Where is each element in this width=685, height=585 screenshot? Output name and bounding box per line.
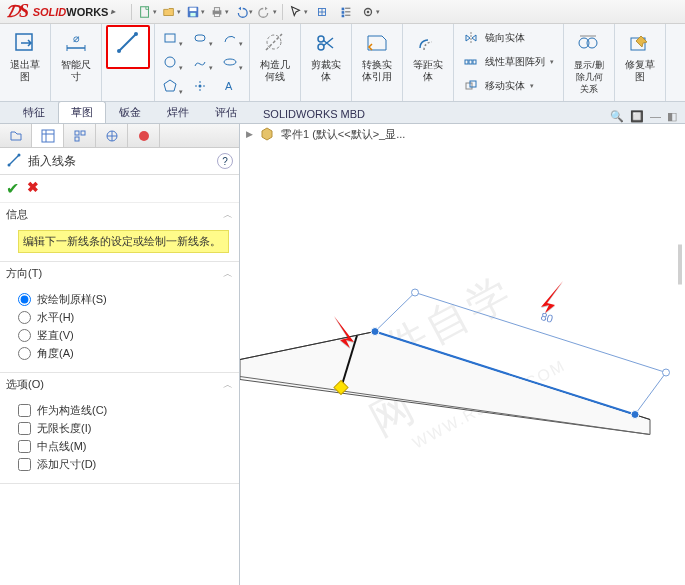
svg-point-48	[8, 164, 11, 167]
svg-rect-32	[465, 60, 468, 64]
property-manager-tab[interactable]	[32, 124, 64, 147]
exit-sketch-button[interactable]: 退出草 图	[4, 26, 46, 98]
construction-geometry-button[interactable]: 构造几 何线	[254, 26, 296, 98]
option-construction[interactable]: 作为构造线(C)	[18, 403, 229, 418]
search-icon[interactable]: 🔍	[610, 110, 624, 123]
new-doc-button[interactable]: ▾	[136, 2, 158, 22]
svg-text:⌀: ⌀	[73, 32, 80, 44]
tab-sketch[interactable]: 草图	[58, 101, 106, 123]
svg-rect-36	[470, 81, 476, 87]
svg-rect-6	[214, 13, 219, 16]
section-options-header[interactable]: 选项(O)︿	[0, 373, 239, 396]
appearance-tab[interactable]	[128, 124, 160, 147]
svg-point-23	[165, 57, 175, 67]
tab-mbd[interactable]: SOLIDWORKS MBD	[250, 104, 378, 123]
rectangle-tool-button[interactable]: ▾	[155, 26, 185, 50]
redo-button[interactable]: ▾	[256, 2, 278, 22]
orientation-horizontal[interactable]: 水平(H)	[18, 310, 229, 325]
smart-dimension-button[interactable]: ⌀ 智能尺 寸	[55, 26, 97, 98]
open-doc-button[interactable]: ▾	[160, 2, 182, 22]
svg-rect-13	[346, 14, 351, 15]
annotation-arrow-icon	[330, 314, 360, 352]
move-entities-button[interactable]: 移动实体▾	[458, 74, 559, 98]
feature-tabs: 特征 草图 钣金 焊件 评估 SOLIDWORKS MBD 🔍 🔲 — ◧	[0, 102, 685, 124]
svg-marker-25	[164, 80, 176, 91]
expand-panel-icon[interactable]: ◧	[667, 110, 677, 123]
text-tool-button[interactable]: A	[215, 74, 245, 98]
cancel-button[interactable]: ✖	[27, 179, 39, 198]
section-info-header[interactable]: 信息︿	[0, 203, 239, 226]
tab-features[interactable]: 特征	[10, 101, 58, 123]
svg-rect-22	[195, 35, 205, 41]
feature-tree-tab[interactable]	[0, 124, 32, 147]
zoom-window-icon[interactable]: 🔲	[630, 110, 644, 123]
polygon-tool-button[interactable]: ▾	[155, 74, 185, 98]
configuration-tab[interactable]	[64, 124, 96, 147]
svg-point-20	[134, 32, 138, 36]
svg-rect-44	[75, 137, 79, 141]
point-tool-button[interactable]	[185, 74, 215, 98]
svg-rect-2	[189, 7, 196, 11]
option-infinite[interactable]: 无限长度(I)	[18, 421, 229, 436]
annotation-arrow-icon	[535, 279, 567, 317]
collapse-icon[interactable]: —	[650, 110, 661, 123]
orientation-as-sketched[interactable]: 按绘制原样(S)	[18, 292, 229, 307]
svg-rect-5	[214, 7, 219, 11]
svg-point-49	[18, 154, 21, 157]
display-delete-relations-button[interactable]: 显示/删 除几何 关系	[568, 26, 610, 98]
line-icon	[6, 152, 22, 170]
svg-text:A: A	[225, 80, 233, 92]
svg-line-28	[266, 34, 282, 50]
tab-evaluate[interactable]: 评估	[202, 101, 250, 123]
mirror-entities-button[interactable]: 镜向实体	[458, 26, 559, 50]
rebuild-button[interactable]	[311, 2, 333, 22]
line-tool-button[interactable]	[106, 25, 150, 69]
svg-point-61	[412, 289, 419, 296]
svg-rect-42	[75, 131, 79, 135]
dimxpert-tab[interactable]	[96, 124, 128, 147]
chevron-up-icon: ︿	[223, 378, 233, 392]
section-orientation-header[interactable]: 方向(T)︿	[0, 262, 239, 285]
svg-rect-9	[342, 11, 345, 14]
trim-entities-button[interactable]: 剪裁实 体	[305, 26, 347, 98]
tab-weldments[interactable]: 焊件	[154, 101, 202, 123]
repair-sketch-button[interactable]: 修复草 图	[619, 26, 661, 98]
ellipse-tool-button[interactable]: ▾	[215, 50, 245, 74]
svg-point-15	[367, 10, 370, 13]
svg-rect-35	[466, 83, 472, 89]
graphics-viewport[interactable]: ▶ 零件1 (默认<<默认>_显... 软件自学网WWW.RJZXW.COM 8…	[240, 124, 685, 585]
print-button[interactable]: ▾	[208, 2, 230, 22]
options-button[interactable]	[335, 2, 357, 22]
svg-point-46	[139, 131, 149, 141]
svg-rect-10	[346, 7, 351, 8]
svg-line-58	[635, 373, 666, 415]
ok-button[interactable]: ✔	[6, 179, 19, 198]
arc-tool-button[interactable]: ▾	[215, 26, 245, 50]
orientation-angle[interactable]: 角度(A)	[18, 346, 229, 361]
svg-rect-33	[469, 60, 472, 64]
slot-tool-button[interactable]: ▾	[185, 26, 215, 50]
svg-rect-41	[42, 130, 54, 142]
select-button[interactable]: ▾	[287, 2, 309, 22]
settings-button[interactable]: ▾	[359, 2, 381, 22]
linear-pattern-button[interactable]: 线性草图阵列▾	[458, 50, 559, 74]
panel-title: 插入线条	[28, 153, 76, 170]
help-button[interactable]: ?	[217, 153, 233, 169]
offset-entities-button[interactable]: 等距实 体	[407, 26, 449, 98]
svg-point-19	[117, 49, 121, 53]
option-midpoint[interactable]: 中点线(M)	[18, 439, 229, 454]
svg-line-47	[9, 155, 19, 165]
quick-access-toolbar: ▾ ▾ ▾ ▾ ▾ ▾ ▾ ▾	[129, 2, 381, 22]
convert-entities-button[interactable]: 转换实 体引用	[356, 26, 398, 98]
chevron-right-icon[interactable]: ▸	[111, 7, 115, 16]
option-add-dim[interactable]: 添加尺寸(D)	[18, 457, 229, 472]
spline-tool-button[interactable]: ▾	[185, 50, 215, 74]
orientation-vertical[interactable]: 竖直(V)	[18, 328, 229, 343]
info-message: 编辑下一新线条的设定或绘制一新线条。	[18, 230, 229, 253]
undo-button[interactable]: ▾	[232, 2, 254, 22]
svg-rect-64	[678, 245, 682, 285]
save-button[interactable]: ▾	[184, 2, 206, 22]
circle-tool-button[interactable]: ▾	[155, 50, 185, 74]
tab-sheetmetal[interactable]: 钣金	[106, 101, 154, 123]
svg-rect-11	[346, 11, 351, 12]
